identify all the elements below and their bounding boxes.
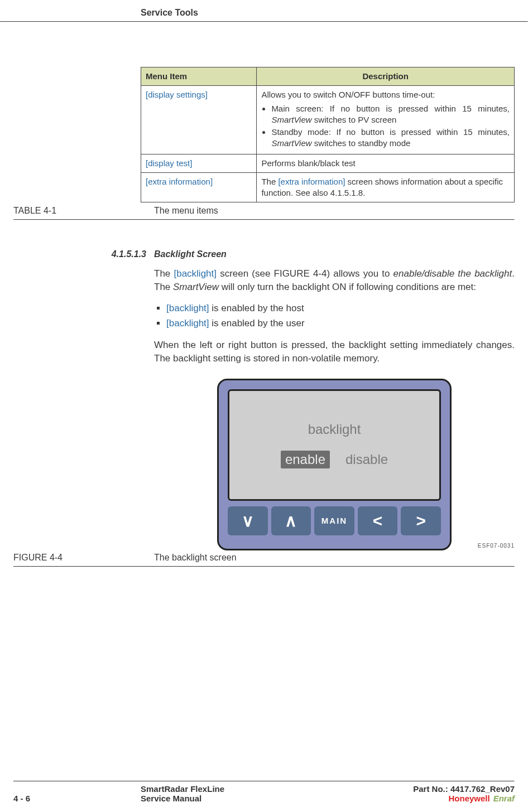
menu-link-display-test: [display test] — [146, 158, 192, 168]
hw-button-right: > — [401, 506, 441, 535]
option-enable-selected: enable — [281, 451, 330, 468]
logo-honeywell: Honeywell — [448, 794, 489, 803]
menu-link-display-settings: [display settings] — [146, 90, 208, 99]
page-footer: 4 - 6 SmartRadar FlexLine Service Manual… — [0, 776, 528, 803]
desc-intro: Allows you to switch ON/OFF buttons time… — [261, 90, 435, 99]
logo-enraf: Enraf — [493, 794, 515, 803]
table-caption: TABLE 4-1 The menu items — [13, 206, 515, 216]
list-item: Main screen: If no button is pressed wit… — [271, 103, 510, 126]
col-menu-item: Menu Item — [141, 67, 257, 86]
list-item: [backlight] is enabled by the user — [166, 316, 515, 331]
table-row: [extra information] The [extra informati… — [141, 172, 515, 202]
caption-rule — [13, 219, 515, 220]
device-illustration: backlight enable disable ∨ ∧ MAIN < > — [217, 379, 452, 550]
conditions-list: [backlight] is enabled by the host [back… — [154, 301, 515, 331]
list-item: Standby mode: If no button is pressed wi… — [271, 127, 510, 149]
inline-link-extra-info: [extra information] — [278, 177, 345, 186]
hw-button-up: ∧ — [271, 506, 311, 535]
device-screen: backlight enable disable — [228, 389, 441, 501]
menu-items-table: Menu Item Description [display settings]… — [141, 67, 515, 202]
figure-caption: FIGURE 4-4 The backlight screen — [13, 553, 515, 563]
section-header: Service Tools — [0, 6, 528, 21]
hw-button-main: MAIN — [314, 506, 354, 535]
screen-title: backlight — [308, 422, 361, 437]
part-number: Part No.: 4417.762_Rev07 — [413, 784, 515, 794]
desc-display-test: Performs blank/black test — [257, 154, 515, 172]
figure-caption-text: The backlight screen — [154, 553, 515, 563]
list-item: [backlight] is enabled by the host — [166, 301, 515, 316]
brand-logo: HoneywellEnraf — [413, 794, 515, 803]
option-disable: disable — [345, 452, 388, 467]
hw-button-down: ∨ — [228, 506, 268, 535]
hw-button-left: < — [358, 506, 398, 535]
subsection-number: 4.1.5.1.3 — [13, 249, 154, 259]
page-number: 4 - 6 — [13, 794, 141, 803]
table-caption-label: TABLE 4-1 — [13, 206, 154, 216]
menu-link-extra-info: [extra information] — [146, 177, 213, 186]
doc-title: SmartRadar FlexLine — [141, 784, 413, 794]
inline-link-backlight: [backlight] — [174, 268, 217, 279]
figure-caption-rule — [13, 566, 515, 567]
col-description: Description — [257, 67, 515, 86]
table-caption-text: The menu items — [154, 206, 515, 216]
table-row: [display settings] Allows you to switch … — [141, 86, 515, 154]
figure-code: ESF07-0031 — [478, 543, 515, 549]
subsection-title: Backlight Screen — [154, 249, 227, 259]
paragraph-1: The [backlight] screen (see FIGURE 4-4) … — [154, 267, 515, 294]
figure-caption-label: FIGURE 4-4 — [13, 553, 154, 563]
paragraph-2: When the left or right button is pressed… — [154, 339, 515, 365]
table-row: [display test] Performs blank/black test — [141, 154, 515, 172]
doc-subtitle: Service Manual — [141, 794, 413, 803]
